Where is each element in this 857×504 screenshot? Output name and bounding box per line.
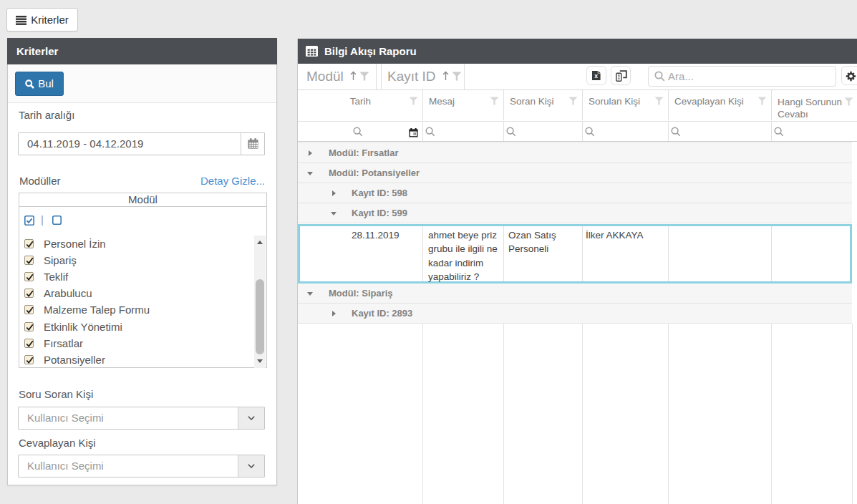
svg-text:x: x [594,72,598,79]
